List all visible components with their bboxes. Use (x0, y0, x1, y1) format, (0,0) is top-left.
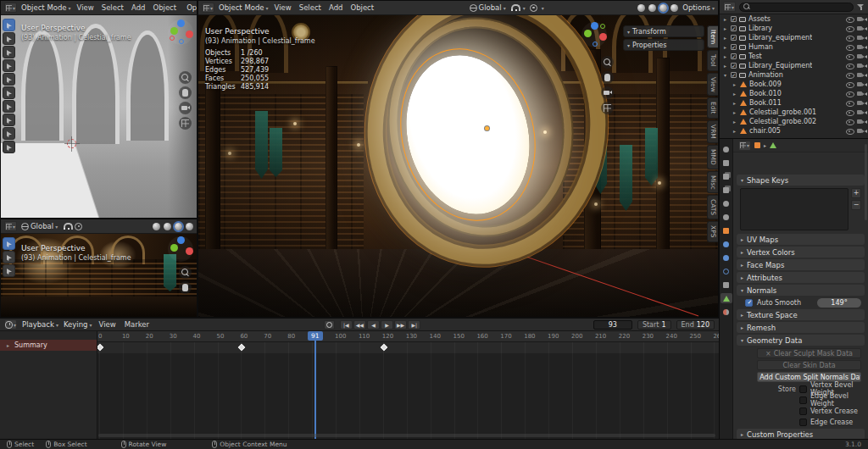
edge-bevel-weight-checkbox[interactable] (799, 396, 807, 404)
menu-view[interactable]: View (97, 320, 118, 329)
shape-key-listbox[interactable] (740, 188, 849, 230)
camera-icon[interactable] (857, 34, 865, 42)
axis-y-handle[interactable] (170, 27, 178, 35)
annotate-tool[interactable] (3, 100, 15, 113)
disclosure-arrow[interactable]: ▸ (732, 109, 737, 115)
eye-icon[interactable] (846, 62, 854, 69)
cursor-tool[interactable] (3, 32, 15, 45)
previous-keyframe-button[interactable]: ◀◀ (353, 320, 366, 330)
menu-object[interactable]: Object (151, 3, 178, 12)
axis-x-handle[interactable] (186, 30, 193, 38)
auto-key-toggle[interactable] (324, 320, 335, 330)
properties-panel-header[interactable]: ▾Properties (623, 39, 704, 51)
camera-icon[interactable] (857, 71, 865, 79)
camera-view-icon[interactable] (601, 86, 614, 99)
editor-type-icon[interactable]: ▾ (723, 2, 736, 12)
camera-icon[interactable] (857, 127, 865, 135)
outliner-row[interactable]: ▸✓Assets (720, 14, 868, 24)
outliner-item-label[interactable]: Book.010 (749, 90, 782, 97)
camera-icon[interactable] (857, 108, 865, 116)
eye-icon[interactable] (846, 25, 854, 32)
play-button[interactable]: ▶ (381, 320, 393, 330)
move-tool[interactable] (3, 264, 15, 277)
menu-object[interactable]: Object (348, 3, 376, 12)
options-dropdown[interactable]: Options▾ (186, 3, 198, 12)
navigation-gizmo[interactable] (168, 19, 193, 45)
camera-icon[interactable] (857, 25, 865, 32)
jump-to-end-button[interactable]: ▶| (408, 320, 420, 330)
rendered-shading-icon[interactable] (670, 4, 678, 12)
search-input[interactable] (753, 3, 849, 11)
menu-select[interactable]: Select (100, 3, 125, 12)
vertex-crease-checkbox[interactable] (799, 407, 807, 415)
snap-magnet-icon[interactable] (510, 3, 519, 12)
disclosure-arrow[interactable]: ▸ (732, 91, 737, 97)
timeline-tracks[interactable] (0, 342, 719, 439)
mode-dropdown[interactable]: Object Mode▾ (21, 3, 71, 12)
tweak-select-tool[interactable] (3, 237, 15, 250)
wireframe-shading-icon[interactable] (153, 223, 160, 230)
end-frame-field[interactable]: End120 (676, 320, 715, 330)
jump-to-start-button[interactable]: |◀ (340, 320, 353, 330)
material-shading-icon[interactable] (659, 4, 667, 12)
clear-skin-data-button[interactable]: Clear Skin Data (757, 360, 861, 370)
measure-tool[interactable] (3, 114, 15, 126)
outliner-item-label[interactable]: Book.009 (749, 80, 782, 88)
tab-physics[interactable] (721, 266, 732, 276)
sidebar-tab-view[interactable]: View (707, 73, 718, 97)
menu-marker[interactable]: Marker (123, 320, 151, 329)
axis-y-neg-handle[interactable] (600, 24, 605, 29)
clear-sculpt-mask-button[interactable]: Clear Sculpt Mask Data (757, 348, 861, 358)
sidebar-tab-mmd[interactable]: MMD (707, 145, 718, 169)
panel-uv-maps[interactable]: ▸UV Maps (737, 234, 865, 245)
rotate-tool[interactable] (3, 59, 15, 72)
editor-type-icon[interactable]: ▾ (738, 141, 751, 151)
axis-y-handle[interactable] (584, 30, 592, 37)
auto-smooth-angle-field[interactable]: 149° (817, 298, 861, 308)
auto-smooth-checkbox[interactable] (745, 299, 753, 307)
outliner-item-label[interactable]: Library (748, 25, 772, 32)
grid-view-icon[interactable] (601, 102, 614, 114)
outliner-item-label[interactable]: chair.005 (749, 127, 781, 135)
properties-scrollbar[interactable] (865, 144, 867, 220)
axis-z-handle[interactable] (177, 236, 185, 244)
menu-keying[interactable]: Keying▾ (64, 320, 92, 329)
axis-y-handle[interactable] (170, 244, 178, 252)
sidebar-tab-vrm[interactable]: VRM (707, 120, 718, 143)
viewport-canvas[interactable]: User Perspective (93) Animation | Celest… (1, 15, 197, 218)
editor-type-icon[interactable]: ▾ (4, 3, 17, 13)
tab-modifiers[interactable] (721, 239, 732, 249)
outliner-row[interactable]: ▸Book.010 (720, 89, 868, 98)
outliner-row[interactable]: ▸chair.005 (720, 126, 868, 136)
menu-select[interactable]: Select (298, 3, 323, 12)
filter-icon[interactable] (857, 3, 865, 11)
transform-tool[interactable] (3, 86, 15, 99)
pan-hand-icon[interactable] (601, 71, 614, 84)
menu-view[interactable]: View (75, 3, 96, 12)
outliner-item-label[interactable]: Celestial_grobe.002 (749, 118, 816, 125)
eye-icon[interactable] (846, 80, 854, 88)
orientation-dropdown[interactable]: Global▾ (470, 3, 506, 12)
disclosure-arrow[interactable]: ▸ (722, 16, 728, 22)
timeline-ruler[interactable]: 0102030405060708090100110120130140150160… (0, 331, 719, 342)
start-frame-field[interactable]: Start1 (637, 320, 671, 330)
disclosure-arrow[interactable]: ▸ (722, 44, 728, 50)
outliner-item-label[interactable]: Book.011 (749, 99, 782, 107)
tab-material[interactable] (721, 307, 732, 317)
eye-icon[interactable] (846, 108, 854, 116)
outliner-row[interactable]: ▸✓Library_Equipment (720, 61, 868, 70)
outliner-row[interactable]: ▾✓Animation (720, 70, 868, 80)
editor-type-icon[interactable]: ▾ (4, 221, 17, 231)
outliner-item-label[interactable]: Assets (748, 15, 771, 23)
camera-icon[interactable] (857, 53, 865, 60)
next-keyframe-button[interactable]: ▶▶ (394, 320, 407, 330)
disclosure-arrow[interactable]: ▸ (722, 63, 728, 69)
sidebar-tab-misc[interactable]: Misc (707, 171, 718, 194)
solid-shading-icon[interactable] (164, 223, 171, 230)
axis-x-handle[interactable] (599, 33, 607, 41)
eye-icon[interactable] (846, 118, 854, 125)
add-cube-tool[interactable] (3, 127, 15, 140)
eye-icon[interactable] (846, 43, 854, 51)
eye-icon[interactable] (846, 99, 854, 107)
panel-attributes[interactable]: ▸Attributes (737, 272, 865, 283)
